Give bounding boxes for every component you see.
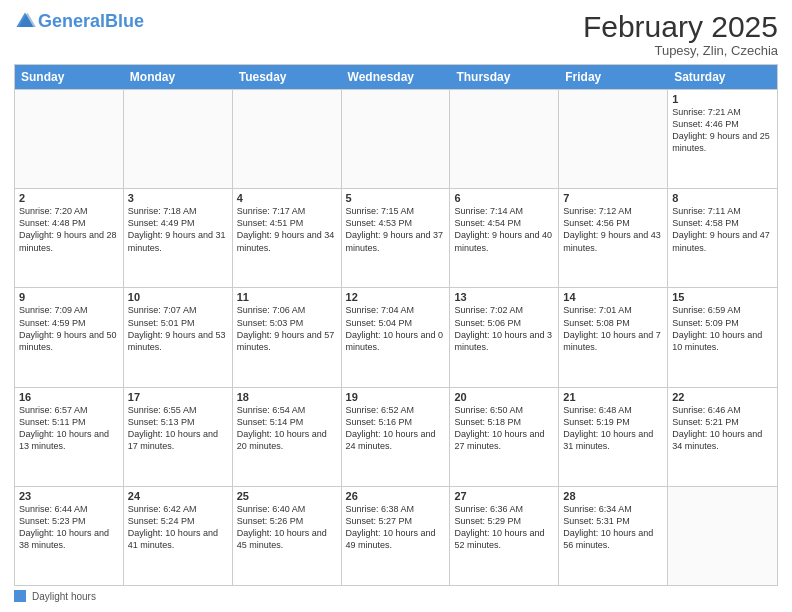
day-detail: Sunrise: 6:55 AM Sunset: 5:13 PM Dayligh… (128, 404, 228, 453)
day-detail: Sunrise: 6:40 AM Sunset: 5:26 PM Dayligh… (237, 503, 337, 552)
day-number: 1 (672, 93, 773, 105)
day-detail: Sunrise: 6:50 AM Sunset: 5:18 PM Dayligh… (454, 404, 554, 453)
cal-empty (233, 90, 342, 188)
day-number: 9 (19, 291, 119, 303)
day-number: 23 (19, 490, 119, 502)
day-number: 8 (672, 192, 773, 204)
calendar-week-1: 2Sunrise: 7:20 AM Sunset: 4:48 PM Daylig… (15, 188, 777, 287)
header-day-monday: Monday (124, 65, 233, 89)
cal-day-3: 3Sunrise: 7:18 AM Sunset: 4:49 PM Daylig… (124, 189, 233, 287)
calendar-week-3: 16Sunrise: 6:57 AM Sunset: 5:11 PM Dayli… (15, 387, 777, 486)
cal-empty (124, 90, 233, 188)
cal-day-4: 4Sunrise: 7:17 AM Sunset: 4:51 PM Daylig… (233, 189, 342, 287)
day-detail: Sunrise: 6:48 AM Sunset: 5:19 PM Dayligh… (563, 404, 663, 453)
cal-day-6: 6Sunrise: 7:14 AM Sunset: 4:54 PM Daylig… (450, 189, 559, 287)
day-detail: Sunrise: 7:07 AM Sunset: 5:01 PM Dayligh… (128, 304, 228, 353)
day-number: 24 (128, 490, 228, 502)
cal-day-5: 5Sunrise: 7:15 AM Sunset: 4:53 PM Daylig… (342, 189, 451, 287)
day-number: 19 (346, 391, 446, 403)
day-number: 18 (237, 391, 337, 403)
day-detail: Sunrise: 7:17 AM Sunset: 4:51 PM Dayligh… (237, 205, 337, 254)
day-detail: Sunrise: 6:54 AM Sunset: 5:14 PM Dayligh… (237, 404, 337, 453)
cal-day-17: 17Sunrise: 6:55 AM Sunset: 5:13 PM Dayli… (124, 388, 233, 486)
cal-day-22: 22Sunrise: 6:46 AM Sunset: 5:21 PM Dayli… (668, 388, 777, 486)
footer: Daylight hours (14, 590, 778, 602)
day-detail: Sunrise: 6:36 AM Sunset: 5:29 PM Dayligh… (454, 503, 554, 552)
day-detail: Sunrise: 7:18 AM Sunset: 4:49 PM Dayligh… (128, 205, 228, 254)
header-day-friday: Friday (559, 65, 668, 89)
day-number: 21 (563, 391, 663, 403)
cal-day-9: 9Sunrise: 7:09 AM Sunset: 4:59 PM Daylig… (15, 288, 124, 386)
header: GeneralBlue February 2025 Tupesy, Zlin, … (14, 10, 778, 58)
logo: GeneralBlue (14, 10, 144, 32)
day-detail: Sunrise: 6:34 AM Sunset: 5:31 PM Dayligh… (563, 503, 663, 552)
day-detail: Sunrise: 7:09 AM Sunset: 4:59 PM Dayligh… (19, 304, 119, 353)
day-number: 27 (454, 490, 554, 502)
day-number: 22 (672, 391, 773, 403)
calendar-body: 1Sunrise: 7:21 AM Sunset: 4:46 PM Daylig… (15, 89, 777, 585)
cal-day-25: 25Sunrise: 6:40 AM Sunset: 5:26 PM Dayli… (233, 487, 342, 585)
cal-day-27: 27Sunrise: 6:36 AM Sunset: 5:29 PM Dayli… (450, 487, 559, 585)
cal-empty (668, 487, 777, 585)
logo-text: GeneralBlue (38, 12, 144, 30)
day-detail: Sunrise: 6:57 AM Sunset: 5:11 PM Dayligh… (19, 404, 119, 453)
cal-day-28: 28Sunrise: 6:34 AM Sunset: 5:31 PM Dayli… (559, 487, 668, 585)
title-block: February 2025 Tupesy, Zlin, Czechia (583, 10, 778, 58)
cal-day-19: 19Sunrise: 6:52 AM Sunset: 5:16 PM Dayli… (342, 388, 451, 486)
day-number: 15 (672, 291, 773, 303)
day-number: 12 (346, 291, 446, 303)
header-day-thursday: Thursday (450, 65, 559, 89)
day-number: 26 (346, 490, 446, 502)
calendar-header: SundayMondayTuesdayWednesdayThursdayFrid… (15, 65, 777, 89)
cal-day-23: 23Sunrise: 6:44 AM Sunset: 5:23 PM Dayli… (15, 487, 124, 585)
cal-day-14: 14Sunrise: 7:01 AM Sunset: 5:08 PM Dayli… (559, 288, 668, 386)
cal-day-24: 24Sunrise: 6:42 AM Sunset: 5:24 PM Dayli… (124, 487, 233, 585)
calendar-week-4: 23Sunrise: 6:44 AM Sunset: 5:23 PM Dayli… (15, 486, 777, 585)
day-number: 2 (19, 192, 119, 204)
cal-empty (342, 90, 451, 188)
day-number: 5 (346, 192, 446, 204)
day-number: 25 (237, 490, 337, 502)
cal-day-12: 12Sunrise: 7:04 AM Sunset: 5:04 PM Dayli… (342, 288, 451, 386)
legend-label: Daylight hours (32, 591, 96, 602)
cal-day-8: 8Sunrise: 7:11 AM Sunset: 4:58 PM Daylig… (668, 189, 777, 287)
calendar: SundayMondayTuesdayWednesdayThursdayFrid… (14, 64, 778, 586)
day-detail: Sunrise: 6:59 AM Sunset: 5:09 PM Dayligh… (672, 304, 773, 353)
cal-empty (450, 90, 559, 188)
location: Tupesy, Zlin, Czechia (583, 43, 778, 58)
logo-icon (14, 10, 36, 32)
day-detail: Sunrise: 6:46 AM Sunset: 5:21 PM Dayligh… (672, 404, 773, 453)
cal-day-10: 10Sunrise: 7:07 AM Sunset: 5:01 PM Dayli… (124, 288, 233, 386)
day-detail: Sunrise: 7:06 AM Sunset: 5:03 PM Dayligh… (237, 304, 337, 353)
day-number: 6 (454, 192, 554, 204)
month-title: February 2025 (583, 10, 778, 43)
day-detail: Sunrise: 6:44 AM Sunset: 5:23 PM Dayligh… (19, 503, 119, 552)
day-detail: Sunrise: 7:15 AM Sunset: 4:53 PM Dayligh… (346, 205, 446, 254)
day-number: 28 (563, 490, 663, 502)
day-number: 11 (237, 291, 337, 303)
day-number: 14 (563, 291, 663, 303)
day-number: 13 (454, 291, 554, 303)
day-detail: Sunrise: 6:38 AM Sunset: 5:27 PM Dayligh… (346, 503, 446, 552)
day-number: 7 (563, 192, 663, 204)
day-detail: Sunrise: 7:11 AM Sunset: 4:58 PM Dayligh… (672, 205, 773, 254)
day-detail: Sunrise: 7:02 AM Sunset: 5:06 PM Dayligh… (454, 304, 554, 353)
cal-day-11: 11Sunrise: 7:06 AM Sunset: 5:03 PM Dayli… (233, 288, 342, 386)
cal-day-13: 13Sunrise: 7:02 AM Sunset: 5:06 PM Dayli… (450, 288, 559, 386)
cal-day-21: 21Sunrise: 6:48 AM Sunset: 5:19 PM Dayli… (559, 388, 668, 486)
logo-blue: Blue (105, 11, 144, 31)
cal-day-20: 20Sunrise: 6:50 AM Sunset: 5:18 PM Dayli… (450, 388, 559, 486)
page: GeneralBlue February 2025 Tupesy, Zlin, … (0, 0, 792, 612)
day-number: 16 (19, 391, 119, 403)
day-number: 20 (454, 391, 554, 403)
cal-day-18: 18Sunrise: 6:54 AM Sunset: 5:14 PM Dayli… (233, 388, 342, 486)
day-number: 10 (128, 291, 228, 303)
day-detail: Sunrise: 7:01 AM Sunset: 5:08 PM Dayligh… (563, 304, 663, 353)
day-number: 4 (237, 192, 337, 204)
day-detail: Sunrise: 7:20 AM Sunset: 4:48 PM Dayligh… (19, 205, 119, 254)
cal-day-15: 15Sunrise: 6:59 AM Sunset: 5:09 PM Dayli… (668, 288, 777, 386)
header-day-sunday: Sunday (15, 65, 124, 89)
calendar-week-0: 1Sunrise: 7:21 AM Sunset: 4:46 PM Daylig… (15, 89, 777, 188)
logo-general: General (38, 11, 105, 31)
day-detail: Sunrise: 7:14 AM Sunset: 4:54 PM Dayligh… (454, 205, 554, 254)
